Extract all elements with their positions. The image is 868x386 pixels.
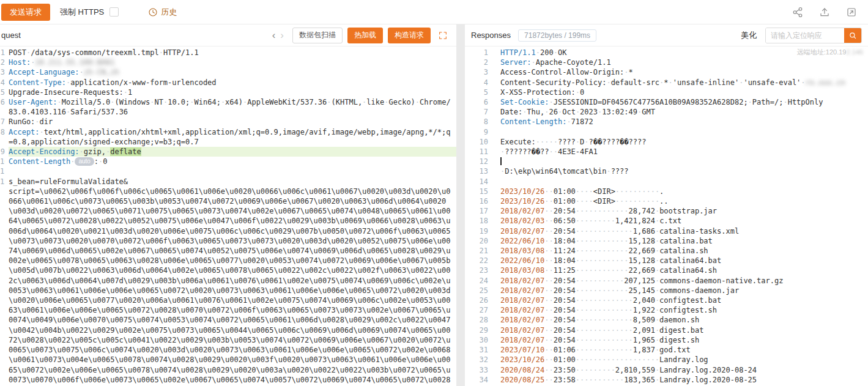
line-number: 17 xyxy=(465,206,493,216)
line-number: 6 xyxy=(465,97,493,107)
code-line: 252018/02/07··20:54············25,145·co… xyxy=(465,286,868,295)
line-number: 10 xyxy=(465,137,493,147)
code-token: 2018/02/07 xyxy=(500,296,544,305)
code-token: 2018/03/08 xyxy=(500,247,544,255)
hot-load-button[interactable]: 热加载 xyxy=(347,28,383,43)
packet-scan-button[interactable]: 数据包扫描 xyxy=(292,28,343,43)
code-line: 232018/03/08··11:25············22,669·ca… xyxy=(465,265,868,275)
force-https-label: 强制 HTTPS xyxy=(60,7,104,18)
redacted-text: ro.xxx.cn xyxy=(806,78,845,87)
history-prev-button[interactable]: ‹ xyxy=(270,30,278,40)
code-token: RunGo:·dir xyxy=(9,117,53,126)
code-line: 312023/07/10··01:06·············1,837·go… xyxy=(465,345,868,355)
code-token: Content-Length: xyxy=(500,117,566,126)
line-number: 2 xyxy=(0,58,5,67)
code-token: 2018/02/07 xyxy=(500,306,544,314)
code-token: 2018/03/08 xyxy=(500,266,544,275)
code-token: ·??????��??··4E3E-4FA1 xyxy=(500,147,598,156)
request-panel: quest ‹ › 数据包扫描 热加载 构造请求 1POST·/data/sys… xyxy=(0,24,456,386)
code-line: 152023/10/26··01:00····<DIR>··········. xyxy=(465,187,868,196)
watermark-redacted: 2.146 xyxy=(846,48,863,56)
history-button[interactable]: 历史 xyxy=(148,7,177,18)
code-token: Access-Control-Allow-Origin:·* xyxy=(500,68,633,76)
code-token: ··18:04············15,128·catalina.bat xyxy=(544,237,713,245)
line-number: 4 xyxy=(0,78,5,87)
code-token: Content-Type: xyxy=(9,78,66,87)
code-line: 8Accept:·text/html,application/xhtml+xml… xyxy=(0,127,456,147)
code-line: 9 xyxy=(465,127,868,137)
code-token: 2018/02/07 xyxy=(500,277,544,285)
line-number: 26 xyxy=(465,295,493,305)
code-token: ··01:06·············1,837·god.txt xyxy=(544,346,690,354)
code-token: :·0 xyxy=(94,157,108,166)
send-request-button[interactable]: 发送请求 xyxy=(1,4,50,21)
code-line: 12 xyxy=(465,157,868,166)
code-line: 332020/08/24··23:50·········2,810,559·La… xyxy=(465,365,868,375)
search-button[interactable] xyxy=(844,28,861,43)
responses-tab[interactable]: Responses xyxy=(471,31,511,40)
code-token: ··01:00···················Landray.log xyxy=(544,355,708,364)
code-token: X-XSS-Protection:·0 xyxy=(500,88,584,97)
code-token: 2018/02/07 xyxy=(500,286,544,295)
history-next-button[interactable]: › xyxy=(278,30,286,40)
redacted-text: zh-CN,zh xyxy=(84,68,119,76)
request-editor[interactable]: 1POST·/data/sys-common/treexml.tmpl·HTTP… xyxy=(0,48,456,386)
code-token: ·text/html,application/xhtml+xml,applica… xyxy=(9,128,450,146)
code-token: 2018/02/07 xyxy=(500,326,544,335)
line-number: 19 xyxy=(465,226,493,236)
code-token: 2018/02/07 xyxy=(500,316,544,324)
code-line: 322023/10/26··01:00···················La… xyxy=(465,355,868,365)
open-external-icon[interactable] xyxy=(846,7,857,18)
code-token: ··20:54·············2,040·configtest.bat xyxy=(544,296,721,305)
code-token: · xyxy=(70,157,75,166)
code-line: 222022/06/10··18:04············15,128·ca… xyxy=(465,256,868,265)
line-number: 25 xyxy=(465,286,493,295)
code-token: 2023/10/26 xyxy=(500,197,544,206)
code-token: Upgrade-Insecure-Requests:·1 xyxy=(9,88,132,97)
request-tab[interactable]: quest xyxy=(1,31,21,40)
code-line: 2Host:·10.211.55.100:8081 xyxy=(0,58,456,67)
code-token: ··20:54·············1,965·digest.sh xyxy=(544,336,699,344)
code-token: Execute:·····????·D·?��????��???? xyxy=(500,138,646,146)
code-token: ··23:50·········2,810,559·Landray.log.20… xyxy=(544,366,757,374)
line-number: 21 xyxy=(465,246,493,256)
code-token: ·71872 xyxy=(566,117,593,126)
expand-editor-button[interactable] xyxy=(438,31,448,40)
code-line: 3Access-Control-Allow-Origin:·* xyxy=(465,67,868,77)
line-number: 9 xyxy=(465,127,493,137)
code-token: deflate xyxy=(110,147,141,156)
line-number: 2 xyxy=(465,58,493,67)
beautify-button[interactable]: 美化 xyxy=(741,30,757,41)
search-input[interactable] xyxy=(766,28,844,43)
panel-splitter[interactable] xyxy=(456,24,465,386)
code-line: 212018/03/08··11:24············22,669·ca… xyxy=(465,246,868,256)
code-line: 202022/06/10··18:04············15,128·ca… xyxy=(465,236,868,246)
response-editor[interactable]: 1HTTP/1.1·200·OK2Server:·Apache-Coyote/1… xyxy=(465,48,868,386)
code-token: 2020/08/25 xyxy=(500,376,544,384)
code-token: 2018/02/07 xyxy=(500,227,544,236)
code-line: 292018/02/07··20:54·············2,091·di… xyxy=(465,325,868,335)
line-number: 5 xyxy=(465,87,493,97)
code-token: ··11:24············22,669·catalina.sh xyxy=(544,247,708,255)
app-window: 发送请求 强制 HTTPS 历史 quest ‹ › 数据包扫描 热加载 构造请… xyxy=(0,0,868,386)
code-token: 2023/10/26 xyxy=(500,355,544,364)
share-icon[interactable] xyxy=(792,7,803,18)
code-line: 6Set-Cookie:·JSESSIONID=DF04567C47756A10… xyxy=(465,97,868,107)
code-token: ·Mozilla/5.0·(Windows·NT·10.0;·Win64;·x6… xyxy=(9,98,451,116)
code-token: 2018/02/03 xyxy=(500,217,544,225)
code-line: 2Server:·Apache-Coyote/1.1 xyxy=(465,58,868,67)
line-number: 3 xyxy=(465,67,493,77)
code-token: ·Apache-Coyote/1.1 xyxy=(532,58,611,67)
line-number: 8 xyxy=(0,127,5,147)
line-number: 20 xyxy=(465,236,493,246)
expand-icon xyxy=(438,31,448,40)
line-number: 6 xyxy=(0,97,5,117)
construct-request-button[interactable]: 构造请求 xyxy=(388,28,431,43)
history-label: 历史 xyxy=(161,7,177,18)
force-https-checkbox[interactable] xyxy=(109,7,119,17)
code-line: 342020/08/25··23:58···········183,365·La… xyxy=(465,375,868,385)
export-icon[interactable] xyxy=(819,7,830,18)
code-token: ·D:\ekp\win64\tomcat\bin·???? xyxy=(500,167,629,176)
code-token: Accept-Language: xyxy=(9,68,80,76)
code-token: 2020/08/24 xyxy=(500,366,544,374)
